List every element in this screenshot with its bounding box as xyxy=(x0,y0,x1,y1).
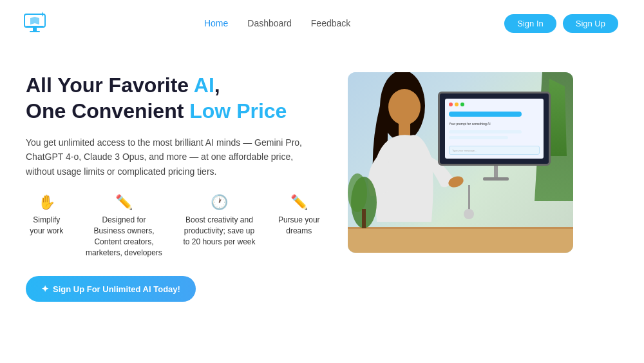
feature-simplify: ✋ Simplify your work xyxy=(26,194,67,237)
feature-business: ✏️ Designed for Business owners, Content… xyxy=(85,194,162,258)
logo-area xyxy=(19,8,50,39)
monitor-base xyxy=(483,177,509,181)
feature-dreams: ✏️ Pursue your dreams xyxy=(276,194,322,237)
screen-dot-red xyxy=(449,103,453,106)
plant-left-container xyxy=(348,170,380,228)
hand-icon: ✋ xyxy=(38,194,55,211)
features-row: ✋ Simplify your work ✏️ Designed for Bus… xyxy=(26,194,322,258)
clock-icon: 🕐 xyxy=(211,194,228,211)
svg-point-9 xyxy=(348,173,367,212)
screen-line1 xyxy=(449,130,522,133)
monitor-screen: Your prompt for something AI Type your m… xyxy=(438,92,551,166)
hero-section: All Your Favorite AI, One Convenient Low… xyxy=(0,46,644,302)
screen-header-bar xyxy=(449,112,522,117)
screen-content: Your prompt for something AI Type your m… xyxy=(445,99,544,159)
nav-home[interactable]: Home xyxy=(204,18,228,28)
svg-rect-2 xyxy=(30,31,40,32)
cta-button[interactable]: ✦ Sign Up For Unlimited AI Today! xyxy=(26,276,196,302)
feature-simplify-label: Simplify your work xyxy=(26,215,67,237)
svg-rect-1 xyxy=(33,28,37,31)
svg-rect-10 xyxy=(362,209,366,228)
hero-text-block: All Your Favorite AI, One Convenient Low… xyxy=(26,72,322,302)
hero-title-part1: All Your Favorite xyxy=(26,74,194,97)
screen-dot-yellow xyxy=(455,103,459,106)
logo-icon xyxy=(19,8,50,39)
hero-image: Your prompt for something AI Type your m… xyxy=(348,72,573,253)
monitor-stand xyxy=(494,166,498,177)
screen-line2 xyxy=(449,136,508,139)
lamp-head xyxy=(464,209,474,219)
desk-surface xyxy=(348,227,573,253)
signup-button[interactable]: Sign Up xyxy=(563,14,618,33)
feature-boost-label: Boost creativity and productivity; save … xyxy=(180,215,258,247)
hero-title-line2-part1: One Convenient xyxy=(26,99,189,123)
hero-title-part2: , xyxy=(214,74,220,97)
pencil-icon: ✏️ xyxy=(115,194,133,211)
lamp-pole xyxy=(468,185,470,211)
screen-browser-bar xyxy=(449,103,540,106)
screen-prompt-label: Your prompt for something AI xyxy=(449,122,540,126)
hero-scene: Your prompt for something AI Type your m… xyxy=(348,72,573,253)
cta-star-icon: ✦ xyxy=(41,284,49,294)
hero-title-highlight2: Low Price xyxy=(189,99,287,123)
cta-button-label: Sign Up For Unlimited AI Today! xyxy=(53,284,180,294)
nav-dashboard[interactable]: Dashboard xyxy=(247,18,292,28)
feature-business-label: Designed for Business owners, Content cr… xyxy=(85,215,162,258)
hero-title-highlight1: AI xyxy=(194,74,214,97)
feature-dreams-label: Pursue your dreams xyxy=(276,215,322,237)
feature-boost: 🕐 Boost creativity and productivity; sav… xyxy=(180,194,258,247)
hero-title: All Your Favorite AI, One Convenient Low… xyxy=(26,72,322,124)
lamp xyxy=(464,185,474,217)
screen-dot-green xyxy=(460,103,464,106)
wand-icon: ✏️ xyxy=(290,194,308,211)
main-nav: Home Dashboard Feedback xyxy=(204,18,350,28)
nav-feedback[interactable]: Feedback xyxy=(311,18,350,28)
svg-rect-6 xyxy=(399,123,410,135)
monitor: Your prompt for something AI Type your m… xyxy=(438,92,554,182)
nav-buttons: Sign In Sign Up xyxy=(504,14,618,33)
plant-left-svg xyxy=(348,170,380,228)
signin-button[interactable]: Sign In xyxy=(504,14,556,33)
svg-point-5 xyxy=(388,89,421,125)
screen-input-box: Type your message... xyxy=(449,146,540,155)
screen-input-placeholder: Type your message... xyxy=(452,149,477,152)
hero-description: You get unlimited access to the most bri… xyxy=(26,135,322,179)
